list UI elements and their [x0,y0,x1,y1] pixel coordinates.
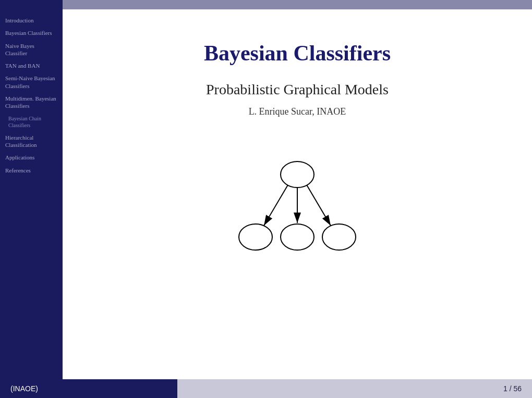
slide-subtitle: Probabilistic Graphical Models [206,81,389,98]
top-bar-mid [63,0,532,9]
sidebar: Introduction Bayesian Classifiers Naive … [0,9,63,379]
slide-title: Bayesian Classifiers [204,41,391,66]
svg-point-1 [239,224,272,250]
top-bar-left [0,0,63,9]
svg-line-5 [264,185,288,226]
sidebar-item-semi-naive[interactable]: Semi-Naive Bayesian Classifiers [4,72,58,92]
footer: (INAOE) 1 / 56 [0,379,532,398]
svg-point-0 [281,161,314,188]
top-bar [0,0,532,9]
footer-right: 1 / 56 [177,384,532,393]
svg-line-7 [307,185,331,226]
svg-point-2 [281,224,314,250]
sidebar-item-bayesian-chain[interactable]: Bayesian Chain Classifiers [4,113,58,131]
footer-organization: (INAOE) [10,384,38,393]
sidebar-item-naive-bayes[interactable]: Naive Bayes Classifier [4,40,58,59]
footer-page-number: 1 / 56 [503,384,522,393]
slide-content: Bayesian Classifiers Probabilistic Graph… [63,9,532,379]
sidebar-item-bayesian-classifiers[interactable]: Bayesian Classifiers [4,27,58,39]
main-container: Introduction Bayesian Classifiers Naive … [0,9,532,379]
svg-point-3 [322,224,356,250]
slide-author: L. Enrique Sucar, INAOE [249,106,346,117]
graph-diagram [224,148,370,263]
graph-svg [224,148,370,263]
footer-left: (INAOE) [0,379,177,398]
sidebar-item-introduction[interactable]: Introduction [4,15,58,26]
sidebar-item-multidimen[interactable]: Multidimen. Bayesian Classifiers [4,93,58,112]
sidebar-item-references[interactable]: References [4,165,58,176]
sidebar-item-hierarchical[interactable]: Hierarchical Classification [4,132,58,151]
sidebar-item-tan-ban[interactable]: TAN and BAN [4,60,58,71]
sidebar-item-applications[interactable]: Applications [4,152,58,163]
